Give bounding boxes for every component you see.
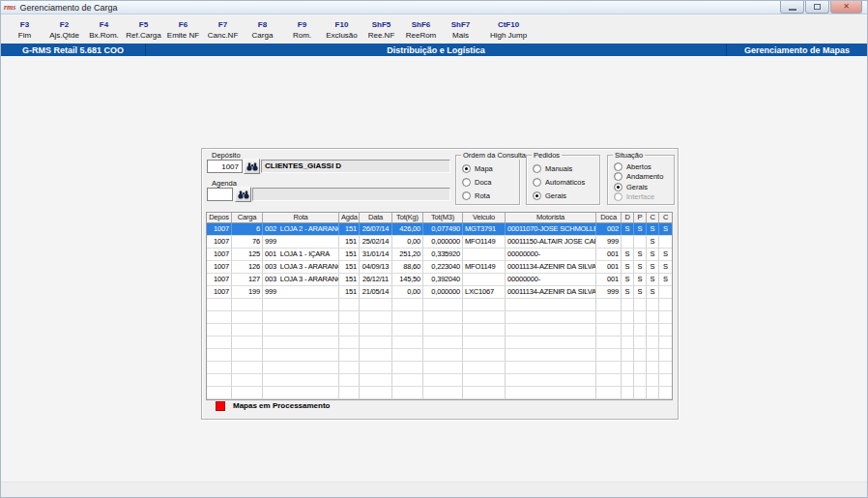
radio-doca[interactable]: Doca [462,177,517,188]
cell: 426,00 [392,223,423,235]
cell [659,349,672,361]
cell [423,337,463,348]
cell: 1007 [207,249,232,260]
cell [360,337,392,348]
cell [423,362,463,373]
group-title: Pedidos [532,151,562,160]
table-empty-row [207,387,672,399]
radio-rota[interactable]: Rota [462,190,517,201]
cell [232,374,263,386]
cell [659,236,672,248]
cell: 145,50 [392,274,423,285]
column-header: Tot(M3) [423,213,463,222]
cell: MFO1149 [463,261,506,273]
table-row[interactable]: 1007127003 LOJA 3 - ARARANG15126/12/1114… [207,274,672,286]
cell [207,362,232,373]
table-row[interactable]: 100719999915121/05/140,000,000000LXC1067… [207,286,672,299]
radio-autom-ticos[interactable]: Automáticos [533,177,597,188]
cell [339,374,360,386]
table-row[interactable]: 1007126003 LOJA 3 - ARARANG15104/09/1388… [207,261,672,274]
cell [423,374,463,386]
cell [634,362,647,373]
radio-manuais[interactable]: Manuais [533,163,597,174]
cell: 001 [596,249,622,260]
cell [659,324,672,336]
radio-icon [614,183,622,191]
cell: 0,392040 [423,274,463,285]
cell: 1007 [207,223,232,235]
toolbar-button-reerom[interactable]: ShF6 ReeRom [401,15,441,44]
toolbar-button-carga[interactable]: F8 Carga [243,15,282,44]
maximize-button[interactable] [805,1,829,14]
agenda-input[interactable] [207,188,233,201]
cell [659,362,672,373]
cell [207,324,232,336]
cell: 6 [232,223,263,235]
radio-gerais[interactable]: Gerais [614,182,672,192]
cell [232,349,263,361]
toolbar-button-exclus-o[interactable]: F10 Exclusão [322,15,362,44]
cell: 003 LOJA 3 - ARARANG [263,261,339,273]
table-row[interactable]: 10076002 LOJA 2 - ARARANG15126/07/14426,… [207,223,672,236]
cell [622,349,634,361]
fkey-name: F6 [179,19,188,30]
cell: 0,223040 [423,261,463,273]
cell: 0,000000 [423,236,463,248]
cell: 00011150-ALTAIR JOSE CARD [506,236,596,248]
cell [596,337,622,348]
toolbar-button-emite-nf[interactable]: F6 Emite NF [163,15,203,44]
cell [360,349,392,361]
cell [339,387,360,398]
toolbar-button-ref-carga[interactable]: F5 Ref.Carga [124,15,163,44]
toolbar-button-canc-nf[interactable]: F7 Canc.NF [203,15,243,44]
cell [506,311,596,323]
toolbar-button-ree-nf[interactable]: ShF5 Ree.NF [362,15,401,44]
deposito-search-button[interactable] [244,159,260,174]
toolbar-button-high-jump[interactable]: CtF10 High Jump [480,15,536,44]
table-row[interactable]: 10077699915125/02/140,000,000000MFO11490… [207,236,672,249]
cell [647,299,659,310]
cell [423,311,463,323]
window-bottom-strip [1,482,867,498]
toolbar-button-rom[interactable]: F9 Rom. [282,15,322,44]
app-window: rms Gerenciamento de Carga ✕ F3 FimF2 Aj… [0,0,868,498]
cell [596,349,622,361]
column-header: C [659,213,672,222]
radio-gerais[interactable]: Gerais [533,190,597,201]
toolbar-button-bx-rom[interactable]: F4 Bx.Rom. [84,15,124,44]
cell: S [647,236,659,248]
cell [506,337,596,348]
radio-mapa[interactable]: Mapa [462,163,517,174]
cell: 126 [232,261,263,273]
cell [263,324,339,336]
cell [232,299,263,310]
processing-color-swatch [216,401,225,411]
cell: 00011070-JOSE SCHMOLLER [506,223,596,235]
fkey-name: ShF6 [412,19,431,30]
status-bar: G-RMS Retail 5.681 COO Distribuição e Lo… [1,44,867,56]
close-button[interactable]: ✕ [830,1,862,14]
radio-andamento[interactable]: Andamento [614,172,672,183]
radio-abertos[interactable]: Abertos [614,161,672,172]
agenda-search-button[interactable] [235,187,251,202]
cell [622,337,634,348]
toolbar-button-mais[interactable]: ShF7 Mais [441,15,480,44]
cell [634,387,647,398]
cell: 76 [232,236,263,248]
cell: 199 [232,286,263,298]
cell [647,349,659,361]
cell: LXC1067 [463,286,506,298]
cell [360,374,392,386]
table-row[interactable]: 1007125001 LOJA 1 - IÇARA15131/01/14251,… [207,249,672,261]
fkey-name: F9 [298,19,306,30]
cell: S [622,286,634,298]
toolbar-button-fim[interactable]: F3 Fim [5,15,44,44]
toolbar-button-ajs-qtde[interactable]: F2 Ajs.Qtde [44,15,84,44]
deposito-input[interactable] [207,160,243,173]
minimize-button[interactable] [780,1,804,14]
radio-icon [614,172,622,181]
pedidos-group: PedidosManuaisAutomáticosGerais [526,155,600,205]
cell [596,362,622,373]
client-area: Depósito CLIENTES_GIASSI D Agenda [1,56,867,498]
cell [423,387,463,398]
